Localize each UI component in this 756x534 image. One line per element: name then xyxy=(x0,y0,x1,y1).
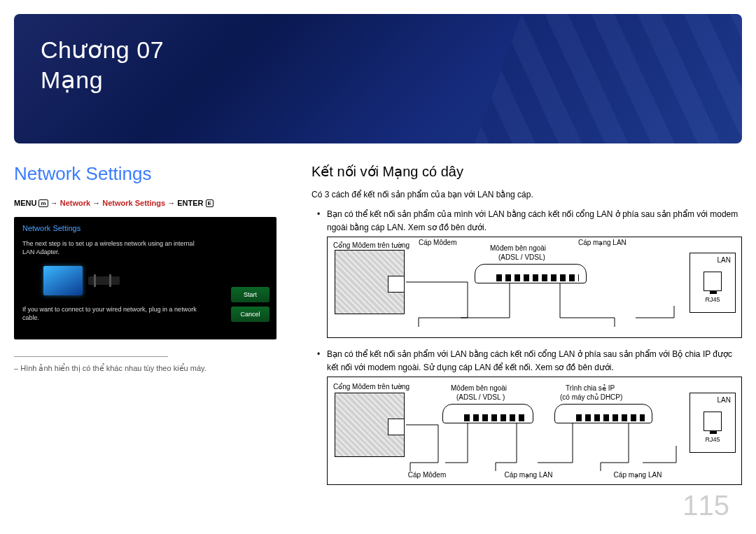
bc-arrow: → xyxy=(50,199,58,207)
bullet-text: Bạn có thể kết nối sản phẩm với LAN bằng… xyxy=(327,349,732,372)
diagram-2: Cổng Môđem trên tường Môđem bên ngoài (A… xyxy=(327,377,742,485)
settings-screenshot: Network Settings The next step is to set… xyxy=(14,217,276,339)
label-cable-modem: Cáp Môđem xyxy=(392,470,462,481)
label-cable-lan-2: Cáp mạng LAN xyxy=(599,470,676,481)
chapter-header: Chương 07 Mạng xyxy=(14,14,742,143)
mock-text-2: If you want to connect to your wired net… xyxy=(22,305,204,322)
enter-icon: E xyxy=(206,199,214,207)
bullet-item: Bạn có thể kết nối sản phẩm của mình với… xyxy=(312,208,742,338)
menu-icon: m xyxy=(38,199,48,207)
diagram-1: Cổng Môđem trên tường Môđem bên ngoài (A… xyxy=(327,237,742,338)
section-heading-network-settings: Network Settings xyxy=(14,163,298,185)
chapter-title: Mạng xyxy=(41,65,715,95)
page-number: 115 xyxy=(682,490,729,521)
bc-settings: Network Settings xyxy=(102,199,165,207)
menu-path: MENU m → Network → Network Settings → EN… xyxy=(14,199,298,207)
bullet-text: Bạn có thể kết nối sản phẩm của mình với… xyxy=(327,209,738,232)
bc-menu: MENU xyxy=(14,199,36,207)
mock-image-icon xyxy=(43,266,83,295)
label-cable-lan-1: Cáp mạng LAN xyxy=(490,470,567,481)
mock-text-1: The next step is to set up a wireless ne… xyxy=(22,239,204,256)
bc-arrow: → xyxy=(167,199,175,207)
label-cable-modem: Cáp Môđem xyxy=(419,237,456,248)
cable-lines xyxy=(328,377,741,484)
cable-lines xyxy=(328,237,741,337)
mock-connector-icon xyxy=(88,276,120,285)
mock-title: Network Settings xyxy=(22,224,268,232)
label-cable-lan: Cáp mạng LAN xyxy=(578,237,626,248)
mock-cancel-button: Cancel xyxy=(231,307,270,322)
divider xyxy=(14,356,168,357)
intro-text: Có 3 cách để kết nối sản phẩm của bạn vớ… xyxy=(312,190,742,199)
section-heading-wired: Kết nối với Mạng có dây xyxy=(312,163,742,180)
bc-arrow: → xyxy=(92,199,100,207)
bc-enter: ENTER xyxy=(177,199,203,207)
bc-network: Network xyxy=(60,199,90,207)
mock-start-button: Start xyxy=(231,287,270,302)
chapter-label: Chương 07 xyxy=(41,35,715,65)
bullet-item: Bạn có thể kết nối sản phẩm với LAN bằng… xyxy=(312,348,742,485)
footnote: Hình ảnh hiển thị có thể khác nhau tùy t… xyxy=(14,364,298,373)
